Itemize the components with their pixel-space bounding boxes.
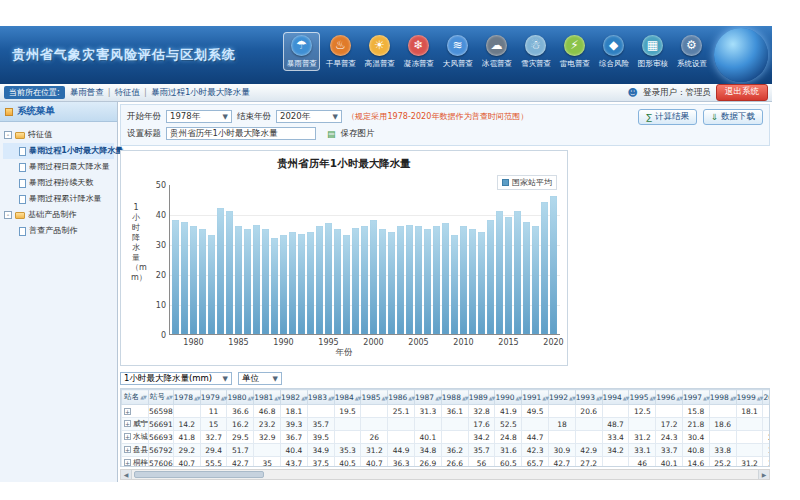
nav-item[interactable]: ☂暴雨普查	[283, 32, 320, 71]
sort-icons[interactable]: ▲▼	[650, 395, 656, 401]
row-expand-icon[interactable]: +	[124, 446, 131, 453]
breadcrumb-item[interactable]: 暴雨普查	[70, 87, 104, 97]
col-header-year[interactable]: 1990▲▼	[495, 390, 522, 405]
nav-item[interactable]: ❄凝冻普查	[400, 32, 437, 71]
scroll-right-icon[interactable]: ▶	[758, 470, 769, 479]
nav-item[interactable]: ◆综合风险	[595, 32, 632, 71]
sort-icons[interactable]: ▲▼	[408, 395, 414, 401]
sort-icons[interactable]: ▲▼	[221, 395, 227, 401]
sort-icons[interactable]: ▲▼	[730, 395, 736, 401]
col-header-year[interactable]: 1980▲▼	[227, 390, 254, 405]
col-header-year[interactable]: 1992▲▼	[549, 390, 576, 405]
end-year-select[interactable]: 2020年 ▼	[276, 110, 342, 123]
unit-filter-select[interactable]: 单位 ▼	[238, 372, 282, 385]
col-header-year[interactable]: 1997▲▼	[683, 390, 710, 405]
chart-title-input[interactable]	[166, 127, 316, 140]
col-header-year[interactable]: 1981▲▼	[254, 390, 281, 405]
collapse-icon[interactable]: -	[4, 211, 12, 219]
scroll-left-icon[interactable]: ◀	[121, 470, 132, 479]
nav-item[interactable]: ⚙系统设置	[673, 32, 710, 71]
sort-icons[interactable]: ▲▼	[462, 395, 468, 401]
tree-item[interactable]: 暴雨过程持续天数	[3, 175, 114, 191]
col-header-year[interactable]: 1993▲▼	[575, 390, 602, 405]
col-header-year[interactable]: 1984▲▼	[334, 390, 361, 405]
col-header-year[interactable]: 1982▲▼	[281, 390, 308, 405]
col-header-year[interactable]: 1998▲▼	[709, 390, 736, 405]
col-header-year[interactable]: 1989▲▼	[468, 390, 495, 405]
sort-icons[interactable]: ▲▼	[248, 395, 254, 401]
sort-icons[interactable]: ▲▼	[569, 395, 575, 401]
sort-icons[interactable]: ▲▼	[328, 395, 334, 401]
sort-icons[interactable]: ▲▼	[194, 395, 200, 401]
col-header[interactable]: 站名▲▼	[122, 390, 149, 405]
nav-item[interactable]: ☁冰雹普查	[478, 32, 515, 71]
row-expand-icon[interactable]: +	[124, 459, 131, 466]
col-header-year[interactable]: 1999▲▼	[736, 390, 763, 405]
save-image-link[interactable]: 保存图片	[341, 128, 375, 140]
sort-icons[interactable]: ▲▼	[596, 395, 602, 401]
sort-icons[interactable]: ▲▼	[703, 395, 709, 401]
col-header-year[interactable]: 1996▲▼	[656, 390, 683, 405]
col-header-label: 站名	[124, 392, 139, 401]
value-cell: 36.1	[441, 405, 468, 418]
nav-item[interactable]: ≋大风普查	[439, 32, 476, 71]
col-header-year[interactable]: 1994▲▼	[602, 390, 629, 405]
tree-item[interactable]: 暴雨过程1小时最大降水量	[3, 143, 114, 159]
nav-item[interactable]: ☀高温普查	[361, 32, 398, 71]
tree-item[interactable]: 普查产品制作	[3, 223, 114, 239]
sort-icons[interactable]: ▲▼	[382, 395, 388, 401]
sort-icons[interactable]: ▲▼	[623, 395, 629, 401]
element-filter-select[interactable]: 1小时最大降水量(mm) ▼	[120, 372, 232, 385]
sort-icons[interactable]: ▲▼	[435, 395, 441, 401]
y-tick-label: 10	[146, 301, 166, 310]
collapse-icon[interactable]: -	[4, 131, 12, 139]
table-row[interactable]: +威宁5669114.21516.223.239.335.717.652.518…	[122, 418, 771, 431]
row-expand-icon[interactable]: +	[124, 433, 131, 440]
col-header-year[interactable]: 1986▲▼	[388, 390, 415, 405]
col-header-year[interactable]: 1995▲▼	[629, 390, 656, 405]
row-expand-icon[interactable]: +	[124, 420, 131, 427]
col-header-year[interactable]: 1978▲▼	[173, 390, 200, 405]
breadcrumb-item[interactable]: 特征值	[115, 87, 141, 97]
sort-icons[interactable]: ▲▼	[355, 395, 361, 401]
sort-icons[interactable]: ▲▼	[301, 395, 307, 401]
col-header-year[interactable]: 1979▲▼	[200, 390, 227, 405]
col-header-year[interactable]: 1988▲▼	[441, 390, 468, 405]
col-header-year[interactable]: 1987▲▼	[415, 390, 442, 405]
col-header-year[interactable]: 1985▲▼	[361, 390, 388, 405]
row-expand-icon[interactable]: +	[124, 408, 131, 415]
tree-folder[interactable]: -基础产品制作	[3, 207, 114, 223]
nav-item[interactable]: ☃雪灾普查	[517, 32, 554, 71]
col-header-year[interactable]: 2000▲▼	[763, 390, 770, 405]
start-year-select[interactable]: 1978年 ▼	[166, 110, 232, 123]
col-header-year[interactable]: 1991▲▼	[522, 390, 549, 405]
sort-icons[interactable]: ▲▼	[676, 395, 682, 401]
sort-icons[interactable]: ▲▼	[757, 395, 763, 401]
tree-item[interactable]: 暴雨过程日最大降水量	[3, 159, 114, 175]
sort-icons[interactable]: ▲▼	[166, 394, 172, 400]
logout-button[interactable]: 退出系统	[716, 84, 768, 101]
horizontal-scrollbar[interactable]: ◀ ▶	[120, 469, 770, 480]
scrollbar-thumb[interactable]	[134, 471, 264, 478]
sort-icons[interactable]: ▲▼	[140, 394, 146, 400]
breadcrumb-item[interactable]: 暴雨过程1小时最大降水量	[151, 87, 250, 97]
sort-icons[interactable]: ▲▼	[489, 395, 495, 401]
tree-folder[interactable]: -特征值	[3, 127, 114, 143]
station-id-cell: 56598	[149, 405, 174, 418]
nav-item[interactable]: ♨干旱普查	[322, 32, 359, 71]
toolbar-button[interactable]: ⇓数据下载	[703, 109, 763, 125]
nav-item[interactable]: ⚡雷电普查	[556, 32, 593, 71]
nav-item[interactable]: ▦图形审核	[634, 32, 671, 71]
toolbar-button[interactable]: ∑计算结果	[638, 109, 697, 125]
table-row[interactable]: +水城5669341.832.729.532.936.739.52640.134…	[122, 431, 771, 444]
sort-icons[interactable]: ▲▼	[542, 395, 548, 401]
tree-item[interactable]: 暴雨过程累计降水量	[3, 191, 114, 207]
col-header[interactable]: 站号▲▼	[149, 390, 174, 405]
sort-icons[interactable]: ▲▼	[274, 395, 280, 401]
x-axis-label: 年份	[129, 347, 559, 359]
sort-icons[interactable]: ▲▼	[516, 395, 522, 401]
table-row[interactable]: +桐梓5760640.755.542.73543.737.540.540.736…	[122, 457, 771, 468]
col-header-year[interactable]: 1983▲▼	[307, 390, 334, 405]
table-row[interactable]: +565981136.646.818.119.525.131.336.132.8…	[122, 405, 771, 418]
table-row[interactable]: +盘县5679229.229.451.740.434.935.331.244.9…	[122, 444, 771, 457]
